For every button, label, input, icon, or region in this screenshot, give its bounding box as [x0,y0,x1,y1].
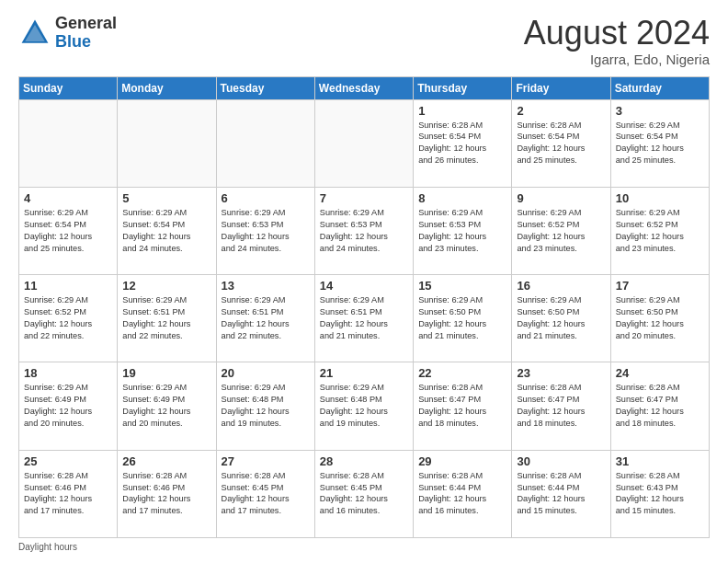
day-info: Sunrise: 6:29 AM Sunset: 6:50 PM Dayligh… [517,294,605,342]
day-number: 17 [616,279,704,293]
logo: General Blue [18,15,117,52]
calendar-cell: 31Sunrise: 6:28 AM Sunset: 6:43 PM Dayli… [610,450,709,537]
page: General Blue August 2024 Igarra, Edo, Ni… [0,0,728,563]
calendar-cell: 16Sunrise: 6:29 AM Sunset: 6:50 PM Dayli… [512,275,610,362]
calendar-cell: 8Sunrise: 6:29 AM Sunset: 6:53 PM Daylig… [414,187,512,274]
calendar-cell: 7Sunrise: 6:29 AM Sunset: 6:53 PM Daylig… [314,187,413,274]
day-info: Sunrise: 6:28 AM Sunset: 6:44 PM Dayligh… [418,470,506,518]
day-number: 23 [517,366,605,380]
day-info: Sunrise: 6:29 AM Sunset: 6:52 PM Dayligh… [24,294,112,342]
calendar-cell: 5Sunrise: 6:29 AM Sunset: 6:54 PM Daylig… [118,187,216,274]
day-info: Sunrise: 6:28 AM Sunset: 6:46 PM Dayligh… [24,470,112,518]
day-info: Sunrise: 6:29 AM Sunset: 6:52 PM Dayligh… [517,207,605,255]
month-year: August 2024 [524,15,710,52]
day-info: Sunrise: 6:28 AM Sunset: 6:45 PM Dayligh… [222,470,310,518]
calendar-cell: 19Sunrise: 6:29 AM Sunset: 6:49 PM Dayli… [118,362,216,450]
day-info: Sunrise: 6:28 AM Sunset: 6:43 PM Dayligh… [616,470,704,518]
calendar-cell [314,99,413,187]
day-number: 29 [418,454,506,468]
day-number: 15 [418,279,506,293]
calendar-week-row: 11Sunrise: 6:29 AM Sunset: 6:52 PM Dayli… [19,275,710,362]
day-info: Sunrise: 6:29 AM Sunset: 6:51 PM Dayligh… [320,294,408,342]
day-number: 20 [222,366,310,380]
day-info: Sunrise: 6:29 AM Sunset: 6:51 PM Dayligh… [222,294,310,342]
day-info: Sunrise: 6:28 AM Sunset: 6:54 PM Dayligh… [517,120,605,167]
day-info: Sunrise: 6:29 AM Sunset: 6:49 PM Dayligh… [122,382,210,430]
calendar-cell: 21Sunrise: 6:29 AM Sunset: 6:48 PM Dayli… [314,362,413,450]
day-number: 11 [24,279,112,293]
day-number: 7 [320,191,408,205]
title-block: August 2024 Igarra, Edo, Nigeria [524,15,710,67]
day-number: 2 [517,104,605,118]
day-number: 18 [24,366,112,380]
footer-note: Daylight hours [18,542,710,552]
calendar-cell: 4Sunrise: 6:29 AM Sunset: 6:54 PM Daylig… [19,187,118,274]
day-info: Sunrise: 6:29 AM Sunset: 6:53 PM Dayligh… [418,207,506,255]
day-number: 28 [320,454,408,468]
day-number: 24 [616,366,704,380]
day-number: 30 [517,454,605,468]
calendar-body: 1Sunrise: 6:28 AM Sunset: 6:54 PM Daylig… [19,99,710,537]
day-info: Sunrise: 6:29 AM Sunset: 6:48 PM Dayligh… [222,382,310,430]
day-number: 14 [320,279,408,293]
calendar-cell: 9Sunrise: 6:29 AM Sunset: 6:52 PM Daylig… [512,187,610,274]
calendar-cell: 30Sunrise: 6:28 AM Sunset: 6:44 PM Dayli… [512,450,610,537]
calendar-cell: 3Sunrise: 6:29 AM Sunset: 6:54 PM Daylig… [610,99,709,187]
calendar-cell [216,99,314,187]
day-info: Sunrise: 6:29 AM Sunset: 6:50 PM Dayligh… [616,294,704,342]
day-info: Sunrise: 6:29 AM Sunset: 6:50 PM Dayligh… [418,294,506,342]
day-info: Sunrise: 6:29 AM Sunset: 6:54 PM Dayligh… [122,207,210,255]
calendar-cell: 11Sunrise: 6:29 AM Sunset: 6:52 PM Dayli… [19,275,118,362]
calendar-cell: 27Sunrise: 6:28 AM Sunset: 6:45 PM Dayli… [216,450,314,537]
day-number: 5 [122,191,210,205]
day-number: 8 [418,191,506,205]
dow-header: Monday [118,76,216,99]
day-info: Sunrise: 6:29 AM Sunset: 6:54 PM Dayligh… [616,120,704,167]
day-info: Sunrise: 6:28 AM Sunset: 6:45 PM Dayligh… [320,470,408,518]
day-info: Sunrise: 6:28 AM Sunset: 6:46 PM Dayligh… [122,470,210,518]
calendar-cell: 15Sunrise: 6:29 AM Sunset: 6:50 PM Dayli… [414,275,512,362]
calendar-cell: 28Sunrise: 6:28 AM Sunset: 6:45 PM Dayli… [314,450,413,537]
calendar-cell: 26Sunrise: 6:28 AM Sunset: 6:46 PM Dayli… [118,450,216,537]
calendar-cell: 22Sunrise: 6:28 AM Sunset: 6:47 PM Dayli… [414,362,512,450]
day-number: 22 [418,366,506,380]
day-info: Sunrise: 6:29 AM Sunset: 6:54 PM Dayligh… [24,207,112,255]
calendar-cell: 12Sunrise: 6:29 AM Sunset: 6:51 PM Dayli… [118,275,216,362]
day-number: 10 [616,191,704,205]
day-info: Sunrise: 6:28 AM Sunset: 6:47 PM Dayligh… [418,382,506,430]
day-number: 26 [122,454,210,468]
day-info: Sunrise: 6:29 AM Sunset: 6:53 PM Dayligh… [222,207,310,255]
dow-header: Friday [512,76,610,99]
calendar-cell [118,99,216,187]
location: Igarra, Edo, Nigeria [524,52,710,67]
day-info: Sunrise: 6:28 AM Sunset: 6:44 PM Dayligh… [517,470,605,518]
calendar-cell: 18Sunrise: 6:29 AM Sunset: 6:49 PM Dayli… [19,362,118,450]
calendar-week-row: 1Sunrise: 6:28 AM Sunset: 6:54 PM Daylig… [19,99,710,187]
dow-header: Sunday [19,76,118,99]
day-number: 16 [517,279,605,293]
calendar-cell: 25Sunrise: 6:28 AM Sunset: 6:46 PM Dayli… [19,450,118,537]
day-number: 6 [222,191,310,205]
calendar-cell: 23Sunrise: 6:28 AM Sunset: 6:47 PM Dayli… [512,362,610,450]
calendar-cell: 24Sunrise: 6:28 AM Sunset: 6:47 PM Dayli… [610,362,709,450]
day-info: Sunrise: 6:28 AM Sunset: 6:54 PM Dayligh… [418,120,506,167]
day-info: Sunrise: 6:29 AM Sunset: 6:51 PM Dayligh… [122,294,210,342]
day-number: 27 [222,454,310,468]
days-of-week-row: SundayMondayTuesdayWednesdayThursdayFrid… [19,76,710,99]
calendar-cell: 20Sunrise: 6:29 AM Sunset: 6:48 PM Dayli… [216,362,314,450]
day-info: Sunrise: 6:28 AM Sunset: 6:47 PM Dayligh… [517,382,605,430]
calendar-cell: 1Sunrise: 6:28 AM Sunset: 6:54 PM Daylig… [414,99,512,187]
calendar-cell: 29Sunrise: 6:28 AM Sunset: 6:44 PM Dayli… [414,450,512,537]
day-number: 19 [122,366,210,380]
day-number: 9 [517,191,605,205]
day-info: Sunrise: 6:28 AM Sunset: 6:47 PM Dayligh… [616,382,704,430]
dow-header: Tuesday [216,76,314,99]
calendar-cell: 6Sunrise: 6:29 AM Sunset: 6:53 PM Daylig… [216,187,314,274]
day-number: 3 [616,104,704,118]
day-number: 12 [122,279,210,293]
calendar-week-row: 18Sunrise: 6:29 AM Sunset: 6:49 PM Dayli… [19,362,710,450]
header: General Blue August 2024 Igarra, Edo, Ni… [18,15,710,67]
calendar-cell: 10Sunrise: 6:29 AM Sunset: 6:52 PM Dayli… [610,187,709,274]
calendar-cell: 13Sunrise: 6:29 AM Sunset: 6:51 PM Dayli… [216,275,314,362]
dow-header: Thursday [414,76,512,99]
